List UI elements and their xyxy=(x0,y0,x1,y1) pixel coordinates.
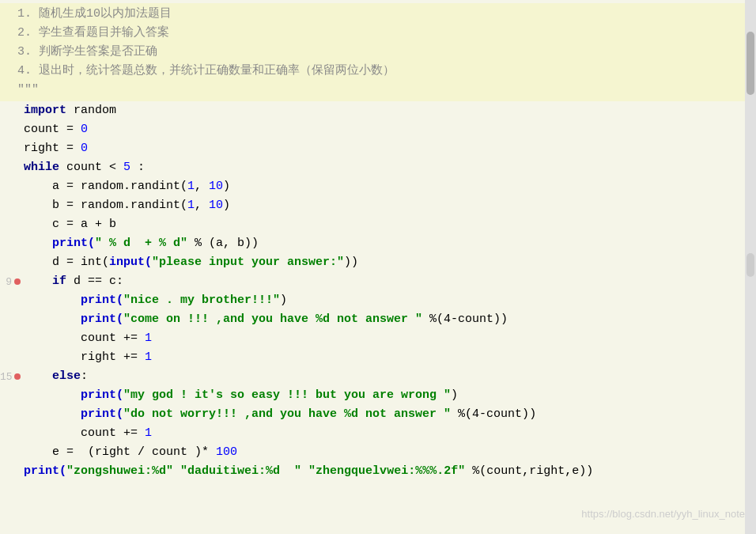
code-line-b: b = random.randint(1, 10) xyxy=(0,196,745,215)
code-content: c = a + b xyxy=(24,215,745,234)
code-content: count += 1 xyxy=(24,329,745,348)
code-content: if d == c: xyxy=(24,272,745,291)
code-line-count2: count += 1 xyxy=(0,424,745,443)
comment-line-3: 3. 判断学生答案是否正确 xyxy=(17,43,745,62)
code-content: count += 1 xyxy=(24,424,745,443)
code-line-count1: count += 1 xyxy=(0,329,745,348)
code-content: d = int(input("please input your answer:… xyxy=(24,253,745,272)
code-content: right += 1 xyxy=(24,348,745,367)
code-content: else: xyxy=(24,367,745,386)
code-content: b = random.randint(1, 10) xyxy=(24,196,745,215)
code-content: print(" % d + % d" % (a, b)) xyxy=(24,234,745,253)
code-line-input: d = int(input("please input your answer:… xyxy=(0,253,745,272)
code-content: e = (right / count )* 100 xyxy=(24,443,745,462)
code-content: print("zongshuwei:%d" "daduitiwei:%d " "… xyxy=(24,462,745,481)
code-line-nice: print("nice . my brother!!!") xyxy=(0,291,745,310)
code-content: right = 0 xyxy=(24,139,745,158)
code-line-c: c = a + b xyxy=(0,215,745,234)
comment-line-4: 4. 退出时，统计答题总数，并统计正确数量和正确率（保留两位小数） xyxy=(17,62,745,81)
code-body: import random count = 0 right = 0 while … xyxy=(0,101,745,481)
code-content: count = 0 xyxy=(24,120,745,139)
dot-col xyxy=(14,275,24,289)
scrollbar-thumb2[interactable] xyxy=(747,253,754,277)
comment-line-2: 2. 学生查看题目并输入答案 xyxy=(17,24,745,43)
dot-col xyxy=(14,370,24,384)
code-content: print("my god ! it's so easy !!! but you… xyxy=(24,386,745,405)
line-num: 15 xyxy=(0,371,14,383)
code-content: print("come on !!! ,and you have %d not … xyxy=(24,310,745,329)
code-line-e: e = (right / count )* 100 xyxy=(0,443,745,462)
code-line-right: right = 0 xyxy=(0,139,745,158)
page-container: 1. 随机生成10以内加法题目 2. 学生查看题目并输入答案 3. 判断学生答案… xyxy=(0,0,756,534)
code-line-donotworry: print("do not worry!!! ,and you have %d … xyxy=(0,405,745,424)
code-line-count: count = 0 xyxy=(0,120,745,139)
right-scrollbar[interactable] xyxy=(745,0,756,534)
line-num: 9 xyxy=(0,276,14,288)
watermark: https://blog.csdn.net/yyh_linux_note xyxy=(581,508,745,520)
code-line-import: import random xyxy=(0,101,745,120)
code-line-mygod: print("my god ! it's so easy !!! but you… xyxy=(0,386,745,405)
scrollbar-thumb[interactable] xyxy=(747,32,754,95)
code-content: import random xyxy=(24,101,745,120)
code-line-while: while count < 5 : xyxy=(0,158,745,177)
code-line-a: a = random.randint(1, 10) xyxy=(0,177,745,196)
code-content: print("nice . my brother!!!") xyxy=(24,291,745,310)
code-content: a = random.randint(1, 10) xyxy=(24,177,745,196)
code-line-else: 15 else: xyxy=(0,367,745,386)
code-line-comeon: print("come on !!! ,and you have %d not … xyxy=(0,310,745,329)
code-line-if: 9 if d == c: xyxy=(0,272,745,291)
code-content: while count < 5 : xyxy=(24,158,745,177)
comment-block: 1. 随机生成10以内加法题目 2. 学生查看题目并输入答案 3. 判断学生答案… xyxy=(0,3,745,101)
triple-quote: """ xyxy=(17,81,745,100)
comment-line-1: 1. 随机生成10以内加法题目 xyxy=(17,5,745,24)
code-line-final-print: print("zongshuwei:%d" "daduitiwei:%d " "… xyxy=(0,462,745,481)
code-line-right1: right += 1 xyxy=(0,348,745,367)
code-content: print("do not worry!!! ,and you have %d … xyxy=(24,405,745,424)
code-line-print1: print(" % d + % d" % (a, b)) xyxy=(0,234,745,253)
